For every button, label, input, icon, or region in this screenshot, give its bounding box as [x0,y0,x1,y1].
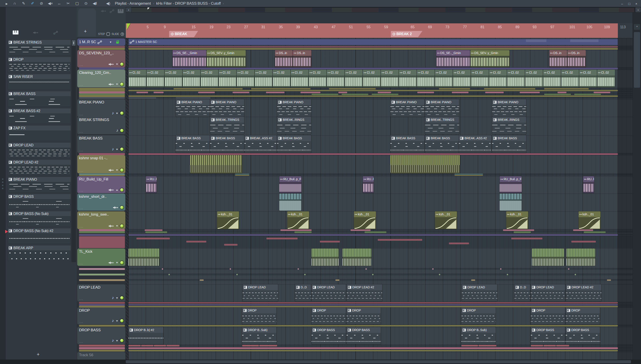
timeline-marker-break-2[interactable]: BREAK 2 [391,31,422,37]
slip-icon[interactable]: ↔ [57,1,62,6]
audio-clip-cl-02[interactable]: ↦Cl..02 [597,70,615,88]
collapsed-track-auto-dark-segs[interactable] [79,97,125,99]
chevron-down-icon[interactable]: ▼ [110,41,112,44]
automation-clip[interactable] [128,68,618,70]
pattern-item-drop-lead[interactable]: DROP LEAD [8,142,71,158]
automation-clip[interactable] [478,345,496,346]
automation-clip[interactable] [571,241,596,242]
automation-clip[interactable] [544,345,556,346]
pattern-clip-break-bass[interactable]: BREAK BASS [210,135,244,153]
audio-clip-ksh-01[interactable]: ↦ksh.._01 [217,211,239,229]
audio-clip-cl-02[interactable]: ↦Cl..02 [489,70,507,88]
automation-clip[interactable] [594,92,610,93]
audio-clip-cl-02[interactable]: ↦Cl..02 [218,70,236,88]
track-menu-dots[interactable]: ... [80,225,84,228]
pattern-clip-drop-bass[interactable]: DROP BASS [312,327,346,344]
track-mute-led[interactable] [120,168,124,172]
pattern-clip-tl-kick[interactable] [566,248,595,266]
collapsed-track-auto-olive-3[interactable] [79,95,125,97]
automation-clip[interactable] [128,234,618,236]
pattern-clip-kshmr-snap[interactable] [390,155,460,173]
pattern-clip-break-bass[interactable]: BREAK BASS [176,135,210,153]
automation-clip[interactable] [342,94,368,95]
automation-clip[interactable] [128,325,618,326]
pattern-clip-break-rings[interactable]: BREAK..RINGS [492,117,526,134]
pattern-clip-kshmr-snap[interactable] [190,155,242,173]
audio-clip-cl-02[interactable]: ↦Cl..02 [128,70,146,88]
audio-clip-cl-02[interactable]: ↦Cl..02 [525,70,543,88]
automation-clip[interactable] [128,97,156,98]
automation-clip[interactable] [454,174,483,174]
track-menu-dots[interactable]: ... [80,169,84,172]
picker-tab-automation[interactable] [46,30,66,34]
audio-clip-ds-in[interactable]: ↦DS..in [549,50,567,68]
automation-clip[interactable] [378,92,391,93]
pattern-clip-drop-lead-2[interactable]: DROP LEAD #2 [347,284,382,302]
track-menu-dots[interactable]: ... [80,130,84,133]
audio-clip-cl-02[interactable]: ↦Cl..02 [579,70,597,88]
collapsed-track-auto-purple-1[interactable] [79,68,125,70]
pattern-clip-break-piano[interactable]: BREAK PIANO [425,99,459,117]
pattern-clip-break-trings[interactable]: BREAK..TRINGS [210,117,244,134]
pattern-item-break-bass-2[interactable]: BREAK BASS #2 [8,108,71,124]
timeline-ruler[interactable]: 5915192327313539434751555965697377818589… [126,23,632,38]
pattern-clip-break-trings[interactable]: BREAK..TRINGS [425,117,459,134]
chevron-down-icon[interactable]: ▼ [116,83,118,86]
automation-clip[interactable] [503,230,534,231]
track-menu-dots[interactable]: ... [80,83,84,86]
automation-clip[interactable] [350,230,370,231]
pattern-item-zap-fx[interactable]: ZAP FX [8,125,71,141]
automation-clip[interactable] [372,274,374,275]
draw-pencil-icon[interactable]: ✎ [21,1,26,6]
automation-clip[interactable] [575,274,576,275]
track-menu-dots[interactable]: ... [80,148,84,152]
collapsed-track-auto-maroon-segs3[interactable] [79,345,125,347]
automation-clip[interactable] [154,345,166,346]
collapsed-track-auto-olive-5[interactable] [79,325,125,326]
picker-add-button[interactable]: + [37,352,40,357]
track-header-break-piano[interactable]: BREAK PIANO...♪▼ [77,99,125,117]
select-icon[interactable]: ▢ [74,1,80,6]
automation-clip[interactable] [507,274,508,275]
slide-toggle[interactable] [121,32,124,36]
playback-icon[interactable]: ◀‖ [92,1,97,6]
pattern-clip-drop-bass[interactable]: DROP BASS [531,327,565,344]
automation-clip[interactable] [556,345,569,346]
chevron-down-icon[interactable]: ▼ [116,63,118,66]
audio-clip-cl-02[interactable]: ↦Cl..02 [381,70,398,88]
dock-grip[interactable] [2,188,3,189]
audio-clip-cl-02[interactable]: ↦Cl..02 [164,70,182,88]
pattern-item-drop-bass[interactable]: DROP BASS [8,194,71,210]
automation-clip[interactable] [544,88,589,90]
automation-clip[interactable] [338,92,347,93]
audio-clip-ksh-01[interactable]: ↦ksh.._01 [506,211,528,229]
automation-clip[interactable] [462,345,478,346]
audio-clip-ru-ll[interactable]: ↦RU..ll [363,176,374,193]
audio-clip-cl-02[interactable]: ↦Cl..02 [471,70,489,88]
automation-clip[interactable] [128,304,618,306]
automation-clip[interactable] [186,241,206,242]
slice-icon[interactable]: ✂ [66,1,70,6]
automation-clip[interactable] [364,232,386,233]
automation-clip[interactable] [432,268,434,270]
audio-clip-ksh-01[interactable]: ↦ksh.._01 [287,211,309,229]
chevron-down-icon[interactable]: ▼ [116,320,118,322]
pattern-clip-drop-b-b-2[interactable]: DROP B..b) #2 [128,327,163,344]
automation-clip[interactable] [128,347,618,349]
automation-clip[interactable] [154,92,164,93]
automation-clip[interactable] [145,230,162,231]
audio-clip-ds-in[interactable]: ↦DS..in [275,50,293,68]
pattern-clip-drop-lead[interactable]: DROP LEAD [312,284,346,302]
track-header-ru-build[interactable]: RU_Build_Up_Fill...▲ [77,176,125,193]
pattern-item-drop-lead-2[interactable]: DROP LEAD #2 [8,160,71,175]
collapsed-track-auto-dots-3[interactable] [79,279,125,281]
pattern-clip-tl-kick[interactable] [342,248,371,266]
automation-clip[interactable] [294,232,312,233]
corner-tab-patterns-icon[interactable] [118,9,124,13]
pattern-clip-break-piano[interactable]: BREAK PIANO [277,99,311,117]
automation-clip[interactable] [224,244,238,246]
collapsed-track-auto-purple-3[interactable] [79,304,125,306]
automation-clip[interactable] [128,306,618,307]
collapsed-track-auto-olive-segs[interactable] [79,88,125,90]
picker-tab-patterns[interactable] [6,30,26,35]
